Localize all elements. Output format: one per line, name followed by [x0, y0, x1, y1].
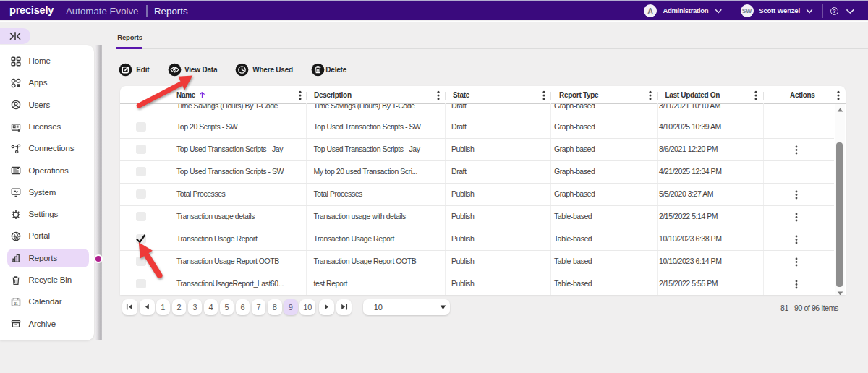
svg-text:31: 31 — [14, 302, 18, 306]
